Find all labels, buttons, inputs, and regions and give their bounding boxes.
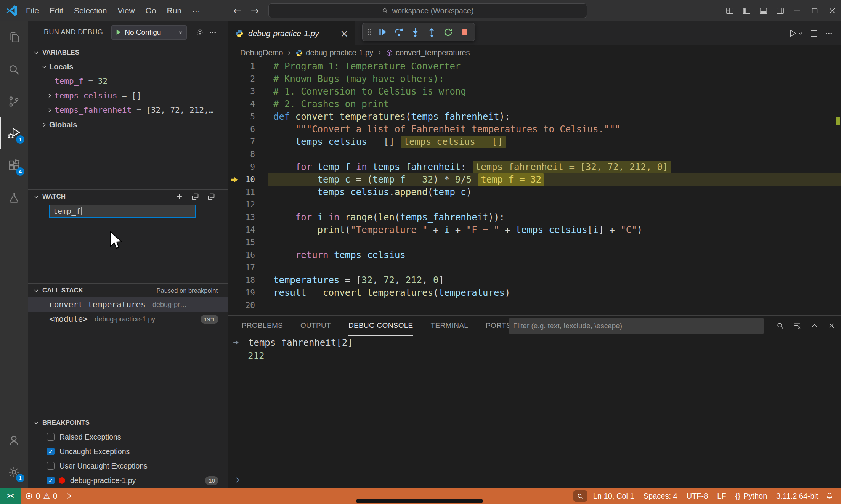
code-line-17[interactable]: 17: [228, 262, 841, 274]
gutter[interactable]: 4: [228, 98, 273, 111]
code-line-5[interactable]: 5def convert_temperatures(temps_fahrenhe…: [228, 111, 841, 123]
code-line-19[interactable]: 19result = convert_temperatures(temperat…: [228, 287, 841, 299]
split-editor-icon[interactable]: [810, 29, 818, 38]
breakpoint-checkbox[interactable]: [47, 477, 55, 484]
code-line-15[interactable]: 15: [228, 236, 841, 249]
scope-locals[interactable]: Locals: [28, 59, 228, 74]
notifications-bell[interactable]: [823, 488, 836, 504]
step-over-button[interactable]: [391, 24, 407, 40]
callstack-frame-convert-temperatures[interactable]: convert_temperaturesdebug-pr…: [28, 297, 228, 312]
gutter[interactable]: 2: [228, 73, 273, 85]
indentation-status[interactable]: Spaces: 4: [639, 488, 682, 504]
breakpoint-checkbox[interactable]: [47, 462, 55, 470]
window-minimize-icon[interactable]: [788, 0, 806, 21]
tab-debug-practice-1-py[interactable]: debug-practice-1.py ×: [228, 21, 355, 45]
code-line-6[interactable]: 6 """Convert a list of Fahrenheit temper…: [228, 123, 841, 136]
code-line-11[interactable]: 11 temps_celsius.append(temp_c): [228, 186, 841, 199]
gutter[interactable]: 13: [228, 211, 273, 224]
section-header-watch[interactable]: WATCH: [28, 190, 228, 204]
activity-explorer[interactable]: [0, 21, 28, 53]
breadcrumb-item-debugdemo[interactable]: DebugDemo: [240, 48, 283, 57]
restart-button[interactable]: [440, 24, 456, 40]
code-line-4[interactable]: 4# 2. Crashes on print: [228, 98, 841, 111]
variable-temps-fahrenheit[interactable]: temps_fahrenheit = [32, 72, 212,…: [28, 103, 228, 117]
zoom-indicator[interactable]: [573, 490, 587, 502]
gutter[interactable]: 14: [228, 224, 273, 236]
toggle-secondary-sidebar-icon[interactable]: [772, 0, 788, 21]
breakpoint-row-raised-exceptions[interactable]: Raised Exceptions: [28, 430, 228, 444]
add-watch-expression-icon[interactable]: [173, 190, 186, 203]
stop-button[interactable]: [456, 24, 473, 40]
gutter[interactable]: 1: [228, 60, 273, 73]
section-header-breakpoints[interactable]: BREAKPOINTS: [28, 416, 228, 430]
line-col-status[interactable]: Ln 10, Col 1: [589, 488, 639, 504]
activity-testing[interactable]: [0, 181, 28, 213]
code-editor[interactable]: 1# Program 1: Temperature Converter2# Kn…: [228, 60, 841, 315]
panel-tab-debug-console[interactable]: DEBUG CONSOLE: [348, 316, 413, 336]
code-line-14[interactable]: 14 print("Temperature " + i + "F = " + t…: [228, 224, 841, 236]
activity-run-and-debug[interactable]: 1: [0, 117, 28, 149]
window-close-icon[interactable]: [823, 0, 841, 21]
scope-globals[interactable]: Globals: [28, 117, 228, 132]
code-line-3[interactable]: 3# 1. Conversion to Celsius is wrong: [228, 85, 841, 98]
breadcrumb-item-convert-temperatures[interactable]: convert_temperatures: [386, 48, 470, 57]
start-debugging-icon[interactable]: [115, 29, 122, 36]
activity-accounts[interactable]: [0, 424, 28, 456]
panel-tab-terminal[interactable]: TERMINAL: [431, 316, 468, 336]
menu-view[interactable]: View: [112, 0, 140, 21]
code-line-18[interactable]: 18temperatures = [32, 72, 212, 0]: [228, 274, 841, 287]
nav-forward-icon[interactable]: →: [251, 5, 259, 16]
eol-status[interactable]: LF: [713, 488, 730, 504]
menu-selection[interactable]: Selection: [69, 0, 112, 21]
gutter[interactable]: 19: [228, 287, 273, 299]
code-line-8[interactable]: 8: [228, 148, 841, 161]
gutter[interactable]: 16: [228, 249, 273, 262]
remove-all-watch-icon[interactable]: [189, 190, 202, 203]
step-into-button[interactable]: [407, 24, 424, 40]
debug-settings-gear-icon[interactable]: [193, 26, 206, 39]
encoding-status[interactable]: UTF-8: [682, 488, 713, 504]
gutter[interactable]: 10: [228, 173, 273, 186]
activity-source-control[interactable]: [0, 85, 28, 117]
customize-layout-icon[interactable]: [721, 0, 738, 21]
code-line-12[interactable]: 12: [228, 199, 841, 211]
step-out-button[interactable]: [424, 24, 440, 40]
breakpoint-row-user-uncaught-exceptions[interactable]: User Uncaught Exceptions: [28, 459, 228, 473]
code-line-10[interactable]: 10 temp_c = (temp_f - 32) * 9/5temp_f = …: [228, 173, 841, 186]
gutter[interactable]: 20: [228, 299, 273, 312]
code-line-20[interactable]: 20: [228, 299, 841, 312]
breakpoint-checkbox[interactable]: [47, 448, 55, 455]
window-maximize-icon[interactable]: [806, 0, 823, 21]
continue-button[interactable]: [374, 24, 391, 40]
menu-go[interactable]: Go: [140, 0, 162, 21]
gutter[interactable]: 18: [228, 274, 273, 287]
tab-close-icon[interactable]: ×: [340, 29, 348, 39]
debug-status[interactable]: [62, 488, 75, 504]
language-status[interactable]: {} Python: [731, 488, 772, 504]
sidebar-more-actions-icon[interactable]: [206, 26, 219, 39]
breakpoint-row-debug-practice-1-py[interactable]: debug-practice-1.py10: [28, 473, 228, 488]
gutter[interactable]: 15: [228, 236, 273, 249]
nav-back-icon[interactable]: ←: [233, 5, 242, 16]
menu-edit[interactable]: Edit: [44, 0, 69, 21]
toggle-panel-icon[interactable]: [755, 0, 772, 21]
maximize-panel-icon[interactable]: [811, 322, 819, 330]
close-panel-icon[interactable]: [828, 322, 836, 330]
menu-run[interactable]: Run: [162, 0, 187, 21]
activity-search[interactable]: [0, 53, 28, 85]
toggle-sidebar-icon[interactable]: [738, 0, 755, 21]
gutter[interactable]: 5: [228, 111, 273, 123]
breadcrumb-item-debug-practice-1-py[interactable]: debug-practice-1.py: [295, 48, 373, 57]
collapse-all-watch-icon[interactable]: [205, 190, 218, 203]
callstack-frame-module[interactable]: <module>debug-practice-1.py19:1: [28, 312, 228, 326]
debug-console-input[interactable]: [228, 474, 241, 486]
gutter[interactable]: 8: [228, 148, 273, 161]
run-config-dropdown[interactable]: No Configu: [111, 25, 187, 40]
panel-tab-problems[interactable]: PROBLEMS: [242, 316, 283, 336]
clear-console-icon[interactable]: [793, 322, 801, 330]
activity-extensions[interactable]: 4: [0, 149, 28, 181]
section-header-variables[interactable]: VARIABLES: [28, 46, 228, 59]
console-find-icon[interactable]: [776, 322, 784, 330]
code-line-9[interactable]: 9 for temp_f in temps_fahrenheit:temps_f…: [228, 161, 841, 173]
debug-toolbar-drag-handle[interactable]: [364, 24, 374, 40]
